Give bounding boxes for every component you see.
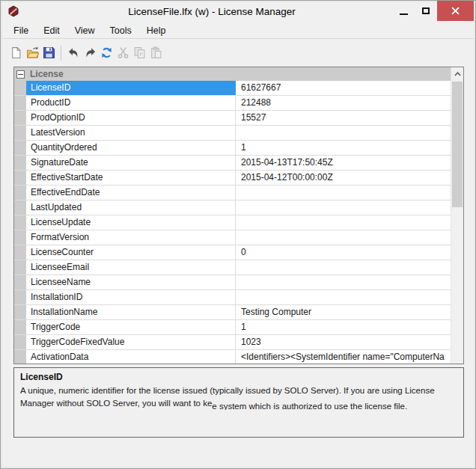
- row-indent-strip: [14, 290, 26, 304]
- row-indent-strip: [14, 186, 26, 200]
- property-name[interactable]: TriggerCode: [26, 320, 236, 334]
- property-row[interactable]: LicenseCounter 0: [14, 245, 451, 260]
- property-value[interactable]: 1: [236, 320, 451, 334]
- property-row[interactable]: LicenseID 61627667: [14, 81, 451, 96]
- refresh-icon: [100, 46, 113, 59]
- property-row[interactable]: EffectiveEndDate: [14, 186, 451, 200]
- open-file-button[interactable]: [24, 45, 40, 61]
- undo-button[interactable]: [65, 45, 82, 61]
- property-value[interactable]: [236, 200, 451, 215]
- redo-icon: [84, 46, 97, 59]
- property-row[interactable]: ActivationData <Identifiers><SystemIdent…: [14, 350, 451, 364]
- property-value[interactable]: [236, 260, 451, 275]
- property-value[interactable]: 2015-04-12T00:00:00Z: [236, 171, 451, 185]
- property-name[interactable]: LicenseeName: [26, 275, 236, 289]
- description-title: LicenseID: [20, 372, 457, 382]
- property-value[interactable]: <Identifiers><SystemIdentifier name="Com…: [236, 350, 451, 364]
- scrollbar-thumb[interactable]: [452, 82, 463, 207]
- property-value[interactable]: [236, 290, 451, 304]
- property-row[interactable]: EffectiveStartDate 2015-04-12T00:00:00Z: [14, 171, 451, 186]
- row-indent-strip: [14, 156, 26, 170]
- minimize-button[interactable]: [392, 1, 415, 21]
- property-name[interactable]: ProdOptionID: [26, 111, 236, 125]
- property-value[interactable]: [236, 126, 451, 140]
- property-value[interactable]: 15527: [236, 111, 451, 125]
- scroll-up-button[interactable]: [451, 67, 463, 80]
- toolbar: F: [2, 40, 474, 66]
- menu-tools[interactable]: Tools: [103, 24, 139, 37]
- maximize-button[interactable]: [415, 1, 437, 21]
- property-name[interactable]: QuantityOrdered: [26, 141, 236, 155]
- property-name[interactable]: SignatureDate: [26, 156, 236, 170]
- property-name[interactable]: InstallationID: [26, 290, 236, 304]
- chevron-up-icon: [454, 72, 461, 76]
- property-row[interactable]: TriggerCodeFixedValue 1023: [14, 335, 451, 350]
- property-name[interactable]: ProductID: [26, 96, 236, 110]
- property-name[interactable]: EffectiveEndDate: [26, 186, 236, 200]
- save-button[interactable]: [40, 45, 57, 61]
- property-row[interactable]: InstallationID: [14, 290, 451, 305]
- property-row[interactable]: LicenseUpdate: [14, 215, 451, 230]
- row-indent-strip: [14, 171, 26, 185]
- close-icon: [451, 7, 460, 15]
- menu-help[interactable]: Help: [139, 24, 174, 37]
- property-value[interactable]: Testing Computer: [236, 305, 451, 319]
- property-row[interactable]: LicenseeEmail: [14, 260, 451, 275]
- property-value[interactable]: [236, 215, 451, 230]
- menu-edit[interactable]: Edit: [36, 24, 67, 37]
- property-value[interactable]: [236, 186, 451, 200]
- property-row[interactable]: ProductID 212488: [14, 96, 451, 111]
- redo-button[interactable]: [82, 45, 98, 61]
- row-indent-strip: [14, 335, 26, 349]
- property-row[interactable]: InstallationName Testing Computer: [14, 305, 451, 320]
- property-value[interactable]: 61627667: [236, 81, 451, 95]
- new-document-button[interactable]: [7, 45, 24, 61]
- new-document-icon: [10, 46, 22, 59]
- property-name[interactable]: LicenseUpdate: [26, 215, 236, 230]
- property-row[interactable]: LatestVersion: [14, 126, 451, 141]
- property-row[interactable]: QuantityOrdered 1: [14, 141, 451, 156]
- copy-button[interactable]: F: [131, 45, 147, 61]
- property-row[interactable]: SignatureDate 2015-04-13T17:50:45Z: [14, 156, 451, 171]
- vertical-scrollbar[interactable]: [451, 67, 463, 364]
- paste-button[interactable]: [147, 45, 164, 61]
- property-row[interactable]: TriggerCode 1: [14, 320, 451, 335]
- maximize-icon: [422, 7, 430, 14]
- property-name[interactable]: LicenseCounter: [26, 245, 236, 260]
- property-row[interactable]: LicenseeName: [14, 275, 451, 290]
- copy-icon: F: [133, 46, 146, 59]
- property-name[interactable]: EffectiveStartDate: [26, 171, 236, 185]
- refresh-button[interactable]: [98, 45, 115, 61]
- collapse-icon[interactable]: [16, 70, 25, 79]
- category-header[interactable]: License: [14, 67, 451, 81]
- property-name[interactable]: LicenseID: [26, 81, 236, 95]
- property-row[interactable]: LastUpdated: [14, 200, 451, 215]
- property-value[interactable]: [236, 230, 451, 245]
- property-name[interactable]: TriggerCodeFixedValue: [26, 335, 236, 349]
- property-value[interactable]: 1023: [236, 335, 451, 349]
- description-line-2-text: Manager without SOLO Server, you will wa…: [20, 399, 212, 408]
- property-name[interactable]: LicenseeEmail: [26, 260, 236, 275]
- property-value[interactable]: 2015-04-13T17:50:45Z: [236, 156, 451, 170]
- property-name[interactable]: FormatVersion: [26, 230, 236, 245]
- property-value[interactable]: 0: [236, 245, 451, 260]
- property-value[interactable]: 212488: [236, 96, 451, 110]
- property-value[interactable]: [236, 275, 451, 289]
- description-overlap-text: e system which is authorized to use the …: [212, 400, 407, 410]
- property-row[interactable]: ProdOptionID 15527: [14, 111, 451, 126]
- menu-file[interactable]: File: [6, 24, 36, 37]
- property-name[interactable]: InstallationName: [26, 305, 236, 319]
- row-indent-strip: [14, 245, 26, 260]
- property-name[interactable]: LastUpdated: [26, 200, 236, 215]
- property-name[interactable]: LatestVersion: [26, 126, 236, 140]
- property-value[interactable]: 1: [236, 141, 451, 155]
- svg-text:F: F: [139, 51, 143, 58]
- paste-icon: [150, 46, 162, 59]
- property-name[interactable]: ActivationData: [26, 350, 236, 364]
- property-row[interactable]: FormatVersion: [14, 230, 451, 245]
- title-bar: LicenseFile.lfx (w) - License Manager: [1, 1, 475, 22]
- cut-button[interactable]: [115, 45, 131, 61]
- menu-view[interactable]: View: [67, 24, 103, 37]
- close-button[interactable]: [437, 1, 474, 21]
- row-indent-strip: [14, 230, 26, 245]
